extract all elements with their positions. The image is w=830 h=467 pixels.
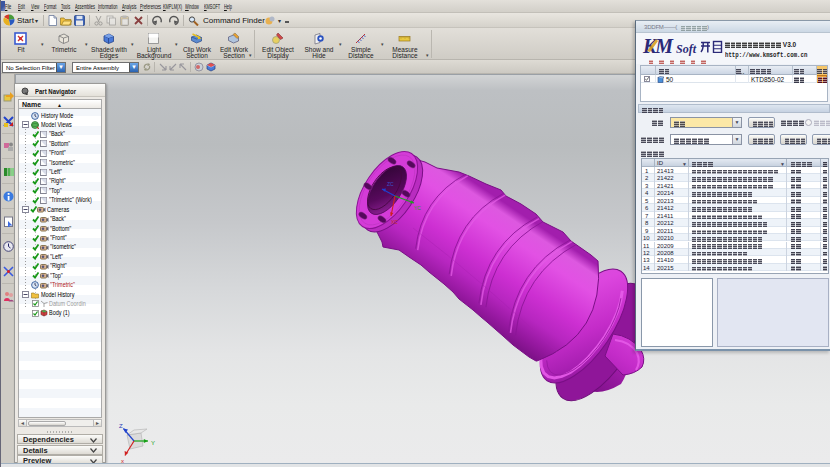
- svg-text:XC: XC: [391, 219, 398, 225]
- svg-text:YC: YC: [414, 205, 421, 211]
- svg-text:Y: Y: [151, 440, 155, 446]
- svg-text:Z: Z: [119, 423, 123, 429]
- svg-text:ZC: ZC: [387, 181, 394, 187]
